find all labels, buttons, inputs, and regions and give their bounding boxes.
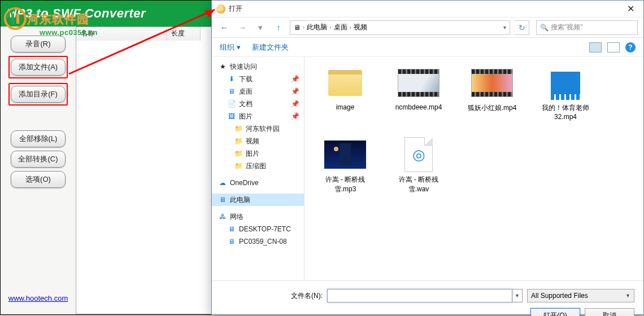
sidebar-footer: www.hootech.com	[8, 293, 68, 309]
dialog-title-text: 打开	[229, 4, 242, 14]
add-dir-button[interactable]: 添加目录(F)	[11, 86, 66, 103]
audio-file-icon: ◎	[404, 137, 433, 172]
nav-back-icon[interactable]: ←	[217, 21, 231, 34]
help-icon[interactable]: ?	[625, 42, 636, 52]
file-item[interactable]: 许嵩 - 断桥残雪.mp3	[318, 138, 372, 194]
convert-all-button[interactable]: 全部转换(C)	[11, 151, 66, 168]
dialog-title-icon	[216, 5, 225, 14]
chevron-down-icon: ▼	[625, 293, 630, 299]
view-mode-icon[interactable]	[589, 42, 602, 52]
file-label: ncmbdeee.mp4	[395, 103, 442, 111]
folder-icon: 📁	[234, 162, 242, 170]
app-title: MP3 to SWF Converter	[6, 6, 146, 21]
picture-icon: 🖼	[228, 112, 236, 120]
preview-pane-icon[interactable]	[607, 42, 620, 52]
file-item[interactable]: 我的！体育老师32.mp4	[538, 66, 593, 121]
pin-icon: 📌	[291, 87, 299, 95]
organize-menu[interactable]: 组织 ▾	[220, 42, 241, 52]
tree-pictures2[interactable]: 📁图片	[212, 147, 304, 160]
desktop-icon: 🖥	[228, 87, 236, 95]
tree-pictures[interactable]: 🖼图片📌	[212, 110, 304, 122]
open-file-dialog: 打开 ✕ ← → ▾ ↑ 🖥 › 此电脑 › 桌面 › 视频 ▾ ↻ 🔍 搜索"…	[211, 0, 644, 315]
tree-video[interactable]: 📁视频	[212, 135, 304, 147]
file-label: image	[336, 103, 355, 111]
folder-icon: 📁	[234, 137, 242, 145]
monitor-icon: 🖥	[228, 238, 236, 245]
close-icon[interactable]: ✕	[623, 2, 639, 15]
filename-label: 文件名(N):	[221, 291, 323, 301]
nav-forward-icon: →	[236, 21, 249, 34]
filetype-combo[interactable]: All Supported Files ▼	[527, 289, 634, 302]
tree-downloads[interactable]: ⬇下载📌	[212, 73, 304, 85]
mp3-thumb-icon	[324, 141, 366, 169]
svg-point-0	[5, 8, 25, 29]
new-folder-button[interactable]: 新建文件夹	[252, 42, 289, 52]
tree-net-node-1[interactable]: 🖥DESKTOP-7ETC	[212, 223, 304, 235]
breadcrumb[interactable]: 🖥 › 此电脑 › 桌面 › 视频 ▾	[290, 20, 510, 35]
star-icon: ★	[219, 63, 227, 71]
file-item[interactable]: image	[318, 66, 372, 121]
file-item[interactable]: 狐妖小红娘.mp4	[465, 66, 519, 121]
network-icon: 🖧	[219, 213, 227, 221]
refresh-icon[interactable]: ↻	[515, 20, 529, 35]
breadcrumb-2[interactable]: 视频	[354, 23, 367, 32]
tree-compressed[interactable]: 📁压缩图	[212, 160, 304, 172]
file-grid: image ncmbdeee.mp4 狐妖小红娘.mp4 我的！体育老师32.m…	[304, 57, 643, 280]
watermark-url: www.pc0359.cn	[40, 28, 98, 37]
tree-net-node-2[interactable]: 🖥PC0359_CN-08	[212, 235, 304, 248]
folder-icon: 📁	[234, 125, 242, 133]
tree-network[interactable]: 🖧网络	[212, 210, 304, 223]
download-icon: ⬇	[228, 75, 236, 83]
video-thumb-icon	[471, 69, 513, 97]
file-item[interactable]: ◎ 许嵩 - 断桥残雪.wav	[391, 138, 446, 194]
tree-this-pc[interactable]: 🖥此电脑	[212, 194, 304, 206]
monitor-icon: 🖥	[228, 225, 236, 233]
dialog-footer: 文件名(N): ▼ All Supported Files ▼ 打开(O) 取消	[212, 280, 643, 316]
file-label: 我的！体育老师32.mp4	[538, 103, 593, 121]
tree-onedrive[interactable]: ☁OneDrive	[212, 177, 304, 189]
tree-desktop[interactable]: 🖥桌面📌	[212, 85, 304, 98]
file-label: 许嵩 - 断桥残雪.wav	[391, 175, 446, 194]
document-icon: 📄	[228, 100, 236, 108]
file-label: 许嵩 - 断桥残雪.mp3	[318, 175, 372, 194]
svg-rect-2	[16, 14, 19, 24]
nav-recent-icon[interactable]: ▾	[254, 21, 267, 34]
pin-icon: 📌	[291, 100, 299, 108]
sidebar: 录音(R) 添加文件(A) 添加目录(F) 全部移除(L) 全部转换(C) 选项…	[1, 27, 76, 314]
pin-icon: 📌	[291, 112, 299, 120]
tree-hedong[interactable]: 📁河东软件园	[212, 122, 304, 135]
options-button[interactable]: 选项(O)	[11, 171, 66, 188]
search-icon: 🔍	[540, 24, 549, 32]
chevron-right-icon: ›	[350, 24, 351, 30]
tree-documents[interactable]: 📄文档📌	[212, 98, 304, 110]
folder-tree: ★快速访问 ⬇下载📌 🖥桌面📌 📄文档📌 🖼图片📌 📁河东软件园 📁视频 📁图片…	[212, 57, 304, 280]
cancel-button[interactable]: 取消	[585, 308, 634, 316]
chevron-right-icon: ›	[329, 24, 331, 30]
breadcrumb-1[interactable]: 桌面	[334, 23, 347, 32]
footer-link[interactable]: www.hootech.com	[8, 294, 68, 302]
highlight-add-file: 添加文件(A)	[8, 56, 68, 78]
dialog-titlebar: 打开 ✕	[212, 1, 643, 17]
svg-rect-1	[11, 14, 14, 24]
file-label: 狐妖小红娘.mp4	[468, 103, 517, 113]
dialog-navbar: ← → ▾ ↑ 🖥 › 此电脑 › 桌面 › 视频 ▾ ↻ 🔍 搜索"视频"	[212, 17, 643, 38]
search-placeholder: 搜索"视频"	[551, 23, 583, 32]
filename-dropdown-icon[interactable]: ▼	[512, 289, 523, 302]
add-file-button[interactable]: 添加文件(A)	[11, 59, 66, 76]
chevron-right-icon: ›	[303, 24, 304, 30]
dialog-toolbar: 组织 ▾ 新建文件夹 ?	[212, 38, 643, 57]
search-input[interactable]: 🔍 搜索"视频"	[536, 20, 638, 35]
chevron-down-icon[interactable]: ▾	[503, 24, 506, 30]
col-length[interactable]: 长度	[167, 27, 201, 41]
filename-input[interactable]	[327, 289, 512, 302]
nav-up-icon[interactable]: ↑	[272, 21, 285, 34]
pc-icon: 🖥	[219, 196, 227, 204]
file-item[interactable]: ncmbdeee.mp4	[391, 66, 446, 121]
open-button[interactable]: 打开(O)	[530, 308, 580, 316]
remove-all-button[interactable]: 全部移除(L)	[11, 130, 66, 147]
watermark-logo-icon	[3, 7, 27, 30]
record-button[interactable]: 录音(R)	[11, 36, 66, 52]
tree-quick-access[interactable]: ★快速访问	[212, 60, 304, 73]
breadcrumb-0[interactable]: 此电脑	[307, 23, 327, 32]
movie-icon	[551, 72, 580, 94]
